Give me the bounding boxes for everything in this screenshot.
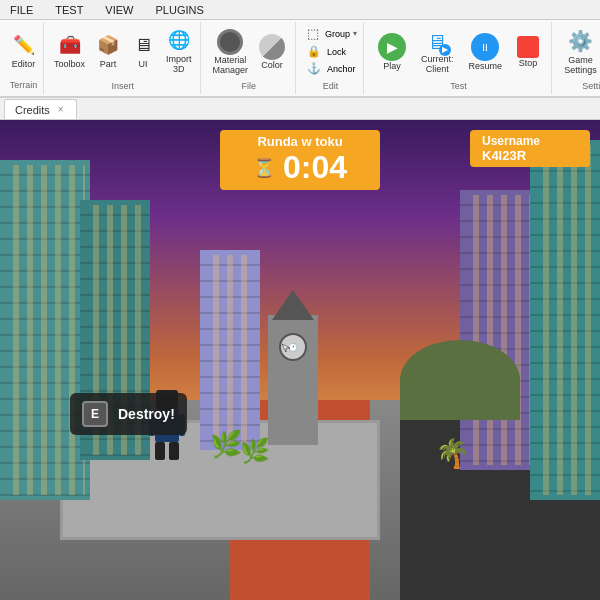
file-label: File — [242, 81, 257, 91]
ribbon-btn-anchor[interactable]: ⚓ — [304, 61, 324, 76]
char-leg-right — [169, 442, 179, 460]
ribbon-btn-current[interactable]: 🖥 ▶ Current:Client — [415, 25, 460, 79]
material-icon — [217, 29, 243, 55]
gear-icon: ⚙️ — [568, 29, 593, 53]
stop-icon — [517, 36, 539, 58]
plant-left: 🌿 — [210, 429, 242, 460]
group-icon: ⬚ — [307, 26, 319, 41]
ribbon-btn-stop[interactable]: Stop — [511, 25, 545, 79]
import3d-icon: 🌐 — [168, 30, 190, 52]
group-dropdown-arrow[interactable]: ▾ — [353, 29, 357, 38]
building-right-purple-windows — [465, 195, 535, 465]
lock-row: 🔒 Lock — [304, 44, 357, 59]
game-viewport[interactable]: 🕐 🌿 🌴 🌿 Runda w toku ⏳ 0:04 Username K4 — [0, 120, 600, 600]
round-banner: Runda w toku ⏳ 0:04 — [220, 130, 380, 190]
ribbon-btn-toolbox[interactable]: 🧰 Toolbox — [50, 25, 89, 79]
ribbon-btn-editor[interactable]: ✏️ Editor — [8, 25, 40, 79]
clock-tower: 🕐 — [268, 315, 318, 445]
file-tools-row: MaterialManager Color — [209, 25, 290, 79]
menu-file[interactable]: FILE — [6, 2, 37, 18]
group-row: ⬚ Group ▾ — [304, 25, 357, 42]
ribbon-btn-game-settings[interactable]: ⚙️ GameSettings — [560, 25, 600, 79]
ribbon-btn-part[interactable]: 📦 Part — [92, 25, 124, 79]
toolbox-icon: 🧰 — [59, 35, 81, 57]
color-icon — [259, 34, 285, 60]
plant-right: 🌴 — [435, 437, 470, 470]
clock-face: 🕐 — [279, 333, 307, 361]
key-e-badge: E — [82, 401, 108, 427]
edit-label: Edit — [323, 81, 339, 91]
anchor-row: ⚓ Anchor — [304, 61, 357, 76]
building-far-right-windows — [535, 145, 595, 495]
ribbon-section-settings: ⚙️ GameSettings 👥 TeamTest Settings — [554, 22, 600, 94]
ribbon-btn-import3d[interactable]: 🌐 Import3D — [162, 25, 196, 79]
ribbon-btn-play[interactable]: ▶ Play — [372, 25, 412, 79]
insert-label: Insert — [112, 81, 135, 91]
char-leg-left — [155, 442, 165, 460]
destroy-text: Destroy! — [118, 406, 175, 422]
ribbon-section-terrain: ✏️ Editor Terrain — [4, 22, 44, 94]
building-right-purple — [460, 190, 540, 470]
building-behind-tower — [200, 250, 260, 450]
ribbon-section-test: ▶ Play 🖥 ▶ Current:Client ⏸ Resume Stop … — [366, 22, 552, 94]
ribbon-btn-material[interactable]: MaterialManager — [209, 25, 253, 79]
part-icon: 📦 — [97, 35, 119, 57]
terrain-label: Terrain — [10, 80, 38, 92]
ribbon-btn-color[interactable]: Color — [255, 25, 289, 79]
char-legs — [155, 442, 179, 460]
menu-view[interactable]: VIEW — [101, 2, 137, 18]
hill — [400, 340, 520, 420]
anchor-icon: ⚓ — [307, 62, 321, 75]
destroy-prompt: E Destroy! — [70, 393, 187, 435]
building-behind-windows — [205, 255, 255, 445]
username-banner: Username K4l23R — [470, 130, 590, 167]
building-left-windows — [5, 165, 85, 495]
editor-icon: ✏️ — [13, 35, 35, 57]
ribbon-btn-resume[interactable]: ⏸ Resume — [463, 25, 509, 79]
current-play-badge: ▶ — [439, 44, 451, 56]
tab-credits-label: Credits — [15, 104, 50, 116]
lock-icon: 🔒 — [307, 45, 321, 58]
tab-credits-close[interactable]: × — [56, 104, 66, 115]
round-timer-row: ⏳ 0:04 — [250, 149, 350, 186]
settings-label: Settings — [582, 81, 600, 91]
menubar: FILE TEST VIEW PLUGINS — [0, 0, 600, 20]
username-label: Username — [482, 134, 578, 148]
tabsbar: Credits × — [0, 98, 600, 120]
building-far-right — [530, 140, 600, 500]
ribbon-btn-group[interactable]: ⬚ — [304, 25, 322, 42]
ribbon-section-insert: 🧰 Toolbox 📦 Part 🖥 UI 🌐 Import3D Insert — [46, 22, 201, 94]
building-left — [0, 160, 90, 500]
plant-center: 🌿 — [240, 437, 270, 465]
ribbon-btn-lock[interactable]: 🔒 — [304, 44, 324, 59]
round-timer: 0:04 — [283, 149, 347, 186]
hourglass-icon: ⏳ — [253, 157, 275, 179]
ribbon: ✏️ Editor Terrain 🧰 Toolbox 📦 Part 🖥 UI … — [0, 20, 600, 98]
menu-test[interactable]: TEST — [51, 2, 87, 18]
ribbon-section-edit: ⬚ Group ▾ 🔒 Lock ⚓ Anchor Edit — [298, 22, 364, 94]
insert-tools-row: 🧰 Toolbox 📦 Part 🖥 UI 🌐 Import3D — [50, 25, 196, 79]
resume-icon: ⏸ — [471, 33, 499, 61]
ribbon-terrain-tools: ✏️ Editor — [8, 24, 40, 80]
round-label: Runda w toku — [250, 134, 350, 149]
test-tools-row: ▶ Play 🖥 ▶ Current:Client ⏸ Resume Stop — [372, 25, 545, 79]
play-icon: ▶ — [378, 33, 406, 61]
test-label: Test — [450, 81, 467, 91]
menu-plugins[interactable]: PLUGINS — [151, 2, 207, 18]
tab-credits[interactable]: Credits × — [4, 99, 77, 119]
ui-icon: 🖥 — [134, 35, 152, 57]
ribbon-section-file: MaterialManager Color File — [203, 22, 297, 94]
ribbon-btn-ui[interactable]: 🖥 UI — [127, 25, 159, 79]
username-value: K4l23R — [482, 148, 578, 163]
